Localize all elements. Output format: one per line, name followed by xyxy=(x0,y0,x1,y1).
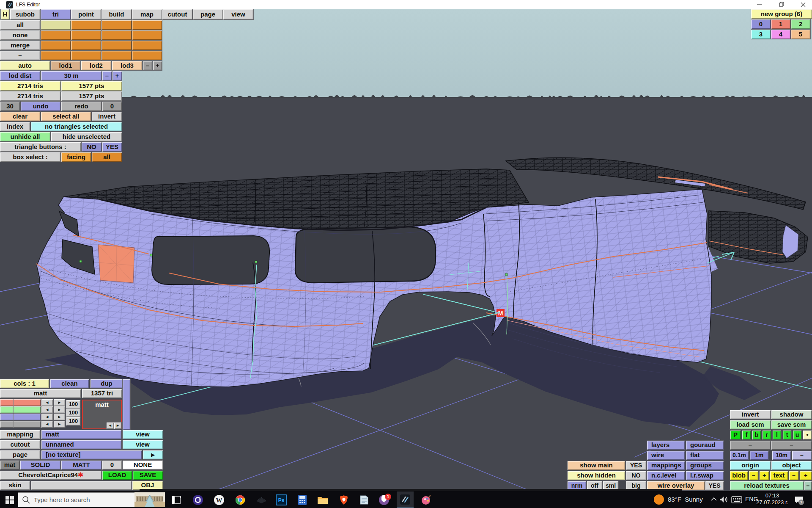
svg-text:Ps: Ps xyxy=(278,497,285,503)
svg-text:W: W xyxy=(216,497,222,504)
svg-text:M: M xyxy=(498,310,503,317)
